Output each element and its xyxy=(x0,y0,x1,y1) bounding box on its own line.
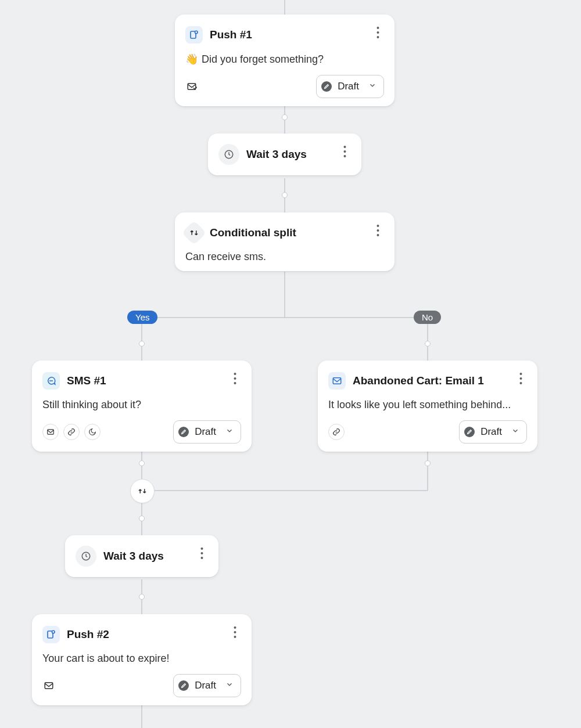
node-body: Can receive sms. xyxy=(185,251,384,263)
svg-point-32 xyxy=(519,377,522,380)
flow-dot xyxy=(139,594,145,600)
svg-point-22 xyxy=(376,225,379,227)
svg-point-43 xyxy=(234,636,236,638)
node-title: Wait 3 days xyxy=(103,550,164,563)
join-node[interactable] xyxy=(130,479,155,503)
draft-status-icon xyxy=(178,427,189,437)
node-title: Wait 3 days xyxy=(246,148,307,161)
node-wait-2[interactable]: Wait 3 days xyxy=(65,535,218,577)
status-dropdown[interactable]: Draft xyxy=(173,420,241,444)
status-label: Draft xyxy=(480,426,502,438)
smart-send-icon xyxy=(42,679,55,692)
smart-send-icon xyxy=(185,80,198,93)
svg-point-16 xyxy=(376,31,379,34)
status-dropdown[interactable]: Draft xyxy=(316,75,384,98)
svg-rect-30 xyxy=(333,378,341,384)
flow-dot xyxy=(425,460,431,466)
push-icon xyxy=(185,26,203,44)
flow-dot xyxy=(139,516,145,521)
svg-point-36 xyxy=(200,552,203,554)
more-menu-button[interactable] xyxy=(194,545,209,562)
smart-send-icon xyxy=(42,424,59,440)
svg-point-37 xyxy=(200,557,203,559)
flow-dot xyxy=(139,460,145,466)
node-title: Push #2 xyxy=(67,628,109,641)
node-body: It looks like you left something behind.… xyxy=(328,399,527,411)
chevron-down-icon xyxy=(225,427,234,437)
status-label: Draft xyxy=(195,680,216,691)
sms-icon xyxy=(42,372,60,390)
more-menu-button[interactable] xyxy=(370,222,385,239)
svg-point-33 xyxy=(519,382,522,384)
svg-point-23 xyxy=(376,229,379,232)
node-wait-1[interactable]: Wait 3 days xyxy=(208,134,361,175)
svg-point-24 xyxy=(376,234,379,236)
svg-point-35 xyxy=(200,547,203,550)
svg-point-19 xyxy=(343,146,346,148)
more-menu-button[interactable] xyxy=(513,370,528,387)
svg-point-28 xyxy=(234,377,236,380)
svg-rect-40 xyxy=(45,683,53,689)
email-icon xyxy=(328,372,346,390)
draft-status-icon xyxy=(321,81,332,92)
svg-rect-26 xyxy=(48,430,54,434)
flow-dot xyxy=(425,341,431,347)
more-menu-button[interactable] xyxy=(227,624,242,641)
node-sms-1[interactable]: SMS #1 Still thinking about it? Draft xyxy=(32,361,252,452)
svg-point-41 xyxy=(234,626,236,629)
svg-point-39 xyxy=(52,630,55,633)
more-menu-button[interactable] xyxy=(370,24,385,41)
svg-point-29 xyxy=(234,382,236,384)
draft-status-icon xyxy=(464,427,475,437)
status-label: Draft xyxy=(195,426,216,438)
more-menu-button[interactable] xyxy=(227,370,242,387)
push-icon xyxy=(42,626,60,643)
node-body: 👋Did you forget something? xyxy=(185,53,384,66)
node-title: SMS #1 xyxy=(67,374,106,387)
link-tracking-icon xyxy=(63,424,80,440)
chevron-down-icon xyxy=(511,427,519,437)
chevron-down-icon xyxy=(368,81,376,92)
flow-dot xyxy=(282,114,288,120)
svg-point-20 xyxy=(343,150,346,153)
svg-point-13 xyxy=(195,31,198,34)
node-push-2[interactable]: Push #2 Your cart is about to expire! Dr… xyxy=(32,614,252,705)
status-dropdown[interactable]: Draft xyxy=(459,420,527,444)
chevron-down-icon xyxy=(225,680,234,691)
node-conditional-split[interactable]: Conditional split Can receive sms. xyxy=(175,212,394,271)
clock-icon xyxy=(76,546,96,567)
draft-status-icon xyxy=(178,680,189,691)
split-icon xyxy=(182,221,206,245)
node-title: Abandoned Cart: Email 1 xyxy=(353,374,484,387)
svg-point-17 xyxy=(376,36,379,38)
svg-point-15 xyxy=(376,27,379,29)
link-tracking-icon xyxy=(328,424,345,440)
node-push-1[interactable]: Push #1 👋Did you forget something? Draft xyxy=(175,15,394,106)
more-menu-button[interactable] xyxy=(337,143,352,160)
flow-dot xyxy=(139,341,145,347)
svg-point-21 xyxy=(343,155,346,157)
node-title: Conditional split xyxy=(210,226,296,239)
status-dropdown[interactable]: Draft xyxy=(173,674,241,697)
svg-point-31 xyxy=(519,373,522,375)
node-body: Your cart is about to expire! xyxy=(42,653,241,665)
svg-point-27 xyxy=(234,373,236,375)
wave-emoji: 👋 xyxy=(185,53,198,65)
flow-dot xyxy=(282,192,288,198)
status-label: Draft xyxy=(338,81,359,92)
svg-point-42 xyxy=(234,631,236,633)
node-body: Still thinking about it? xyxy=(42,399,241,411)
node-email-1[interactable]: Abandoned Cart: Email 1 It looks like yo… xyxy=(318,361,537,452)
node-title: Push #1 xyxy=(210,28,252,41)
quiet-hours-icon xyxy=(84,424,101,440)
clock-icon xyxy=(218,144,239,165)
branch-yes-pill: Yes xyxy=(127,311,157,324)
branch-no-pill: No xyxy=(414,311,441,324)
